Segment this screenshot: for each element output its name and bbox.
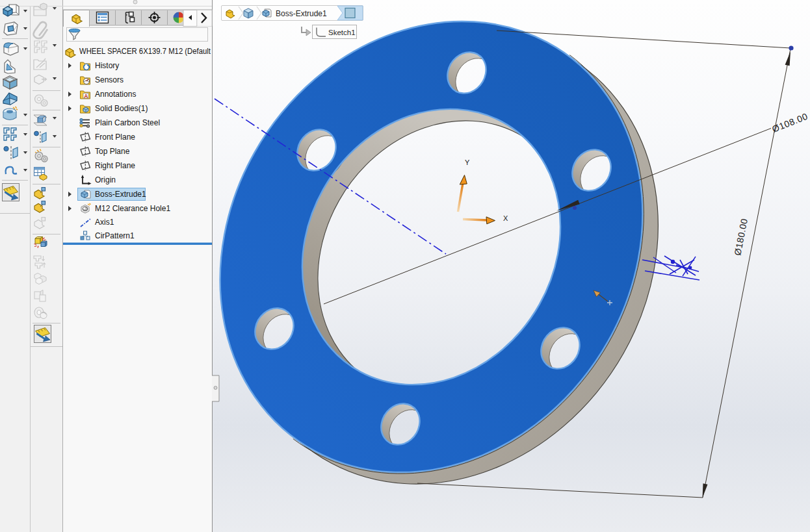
svg-text:Origin: Origin xyxy=(95,175,116,184)
svg-text:Right Plane: Right Plane xyxy=(95,161,135,170)
svg-text:Y: Y xyxy=(465,158,470,166)
svg-text:Boss-Extrude1: Boss-Extrude1 xyxy=(276,9,327,18)
svg-text:CirPattern1: CirPattern1 xyxy=(95,231,135,240)
svg-text:A: A xyxy=(84,93,88,99)
svg-text:WHEEL SPACER 6X139.7 M12 (Def: WHEEL SPACER 6X139.7 M12 (Default xyxy=(79,47,211,56)
svg-text:Sensors: Sensors xyxy=(95,75,124,84)
svg-text:Top Plane: Top Plane xyxy=(95,147,130,156)
svg-text:Plain Carbon Steel: Plain Carbon Steel xyxy=(95,118,160,127)
svg-text:Annotations: Annotations xyxy=(95,90,136,99)
svg-text:X: X xyxy=(503,214,508,222)
svg-text:Solid Bodies(1): Solid Bodies(1) xyxy=(95,104,148,113)
svg-text:Front Plane: Front Plane xyxy=(95,133,135,142)
svg-text:Boss-Extrude1: Boss-Extrude1 xyxy=(95,190,146,199)
svg-text:Axis1: Axis1 xyxy=(95,218,114,227)
svg-text:History: History xyxy=(95,61,119,70)
svg-text:M12 Clearance Hole1: M12 Clearance Hole1 xyxy=(95,204,170,213)
svg-text:Sketch1: Sketch1 xyxy=(328,29,356,36)
